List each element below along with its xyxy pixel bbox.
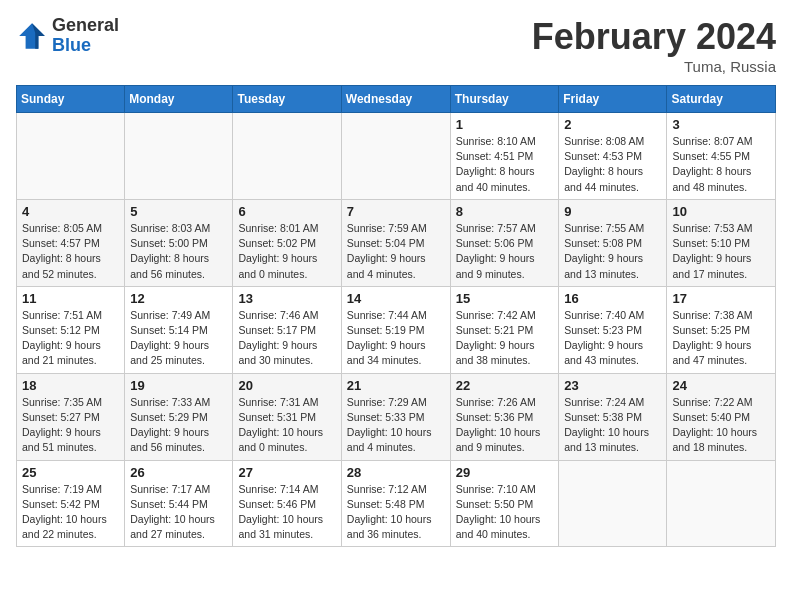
day-info: Sunrise: 8:03 AM Sunset: 5:00 PM Dayligh…	[130, 221, 227, 282]
weekday-header: Monday	[125, 86, 233, 113]
logo-text: General Blue	[52, 16, 119, 56]
day-number: 13	[238, 291, 335, 306]
day-number: 20	[238, 378, 335, 393]
day-info: Sunrise: 7:35 AM Sunset: 5:27 PM Dayligh…	[22, 395, 119, 456]
calendar-cell: 23Sunrise: 7:24 AM Sunset: 5:38 PM Dayli…	[559, 373, 667, 460]
day-info: Sunrise: 7:53 AM Sunset: 5:10 PM Dayligh…	[672, 221, 770, 282]
calendar-cell: 1Sunrise: 8:10 AM Sunset: 4:51 PM Daylig…	[450, 113, 559, 200]
calendar-cell: 19Sunrise: 7:33 AM Sunset: 5:29 PM Dayli…	[125, 373, 233, 460]
day-number: 16	[564, 291, 661, 306]
calendar-cell: 18Sunrise: 7:35 AM Sunset: 5:27 PM Dayli…	[17, 373, 125, 460]
day-number: 7	[347, 204, 445, 219]
logo-general: General	[52, 15, 119, 35]
calendar-week-row: 4Sunrise: 8:05 AM Sunset: 4:57 PM Daylig…	[17, 199, 776, 286]
calendar-cell: 2Sunrise: 8:08 AM Sunset: 4:53 PM Daylig…	[559, 113, 667, 200]
calendar-cell	[125, 113, 233, 200]
month-title: February 2024	[532, 16, 776, 58]
day-info: Sunrise: 7:31 AM Sunset: 5:31 PM Dayligh…	[238, 395, 335, 456]
calendar-cell: 26Sunrise: 7:17 AM Sunset: 5:44 PM Dayli…	[125, 460, 233, 547]
day-info: Sunrise: 8:01 AM Sunset: 5:02 PM Dayligh…	[238, 221, 335, 282]
day-number: 9	[564, 204, 661, 219]
calendar-cell: 4Sunrise: 8:05 AM Sunset: 4:57 PM Daylig…	[17, 199, 125, 286]
calendar-cell: 14Sunrise: 7:44 AM Sunset: 5:19 PM Dayli…	[341, 286, 450, 373]
calendar-cell: 25Sunrise: 7:19 AM Sunset: 5:42 PM Dayli…	[17, 460, 125, 547]
calendar-cell: 22Sunrise: 7:26 AM Sunset: 5:36 PM Dayli…	[450, 373, 559, 460]
day-number: 28	[347, 465, 445, 480]
day-number: 5	[130, 204, 227, 219]
day-info: Sunrise: 8:10 AM Sunset: 4:51 PM Dayligh…	[456, 134, 554, 195]
day-info: Sunrise: 7:42 AM Sunset: 5:21 PM Dayligh…	[456, 308, 554, 369]
location: Tuma, Russia	[532, 58, 776, 75]
calendar-cell: 17Sunrise: 7:38 AM Sunset: 5:25 PM Dayli…	[667, 286, 776, 373]
day-info: Sunrise: 7:40 AM Sunset: 5:23 PM Dayligh…	[564, 308, 661, 369]
day-number: 18	[22, 378, 119, 393]
day-info: Sunrise: 7:51 AM Sunset: 5:12 PM Dayligh…	[22, 308, 119, 369]
calendar-cell: 11Sunrise: 7:51 AM Sunset: 5:12 PM Dayli…	[17, 286, 125, 373]
title-block: February 2024 Tuma, Russia	[532, 16, 776, 75]
day-number: 25	[22, 465, 119, 480]
day-info: Sunrise: 7:24 AM Sunset: 5:38 PM Dayligh…	[564, 395, 661, 456]
day-number: 24	[672, 378, 770, 393]
calendar-cell: 7Sunrise: 7:59 AM Sunset: 5:04 PM Daylig…	[341, 199, 450, 286]
calendar-cell	[17, 113, 125, 200]
calendar-cell: 27Sunrise: 7:14 AM Sunset: 5:46 PM Dayli…	[233, 460, 341, 547]
day-number: 2	[564, 117, 661, 132]
day-info: Sunrise: 7:29 AM Sunset: 5:33 PM Dayligh…	[347, 395, 445, 456]
calendar-cell: 24Sunrise: 7:22 AM Sunset: 5:40 PM Dayli…	[667, 373, 776, 460]
calendar-cell: 8Sunrise: 7:57 AM Sunset: 5:06 PM Daylig…	[450, 199, 559, 286]
calendar-cell: 15Sunrise: 7:42 AM Sunset: 5:21 PM Dayli…	[450, 286, 559, 373]
day-info: Sunrise: 7:59 AM Sunset: 5:04 PM Dayligh…	[347, 221, 445, 282]
day-number: 6	[238, 204, 335, 219]
day-number: 14	[347, 291, 445, 306]
day-number: 29	[456, 465, 554, 480]
calendar-cell: 28Sunrise: 7:12 AM Sunset: 5:48 PM Dayli…	[341, 460, 450, 547]
calendar-cell: 13Sunrise: 7:46 AM Sunset: 5:17 PM Dayli…	[233, 286, 341, 373]
day-info: Sunrise: 7:33 AM Sunset: 5:29 PM Dayligh…	[130, 395, 227, 456]
day-info: Sunrise: 7:49 AM Sunset: 5:14 PM Dayligh…	[130, 308, 227, 369]
day-number: 21	[347, 378, 445, 393]
weekday-header: Tuesday	[233, 86, 341, 113]
day-info: Sunrise: 8:08 AM Sunset: 4:53 PM Dayligh…	[564, 134, 661, 195]
day-info: Sunrise: 7:26 AM Sunset: 5:36 PM Dayligh…	[456, 395, 554, 456]
calendar-cell: 9Sunrise: 7:55 AM Sunset: 5:08 PM Daylig…	[559, 199, 667, 286]
calendar-week-row: 1Sunrise: 8:10 AM Sunset: 4:51 PM Daylig…	[17, 113, 776, 200]
calendar-week-row: 18Sunrise: 7:35 AM Sunset: 5:27 PM Dayli…	[17, 373, 776, 460]
day-info: Sunrise: 7:12 AM Sunset: 5:48 PM Dayligh…	[347, 482, 445, 543]
day-number: 23	[564, 378, 661, 393]
day-info: Sunrise: 7:19 AM Sunset: 5:42 PM Dayligh…	[22, 482, 119, 543]
weekday-header-row: SundayMondayTuesdayWednesdayThursdayFrid…	[17, 86, 776, 113]
calendar-cell: 5Sunrise: 8:03 AM Sunset: 5:00 PM Daylig…	[125, 199, 233, 286]
day-number: 27	[238, 465, 335, 480]
calendar-cell: 12Sunrise: 7:49 AM Sunset: 5:14 PM Dayli…	[125, 286, 233, 373]
day-info: Sunrise: 7:22 AM Sunset: 5:40 PM Dayligh…	[672, 395, 770, 456]
calendar-cell	[667, 460, 776, 547]
day-number: 26	[130, 465, 227, 480]
logo: General Blue	[16, 16, 119, 56]
day-number: 17	[672, 291, 770, 306]
calendar-cell: 16Sunrise: 7:40 AM Sunset: 5:23 PM Dayli…	[559, 286, 667, 373]
calendar-cell: 20Sunrise: 7:31 AM Sunset: 5:31 PM Dayli…	[233, 373, 341, 460]
calendar-cell: 10Sunrise: 7:53 AM Sunset: 5:10 PM Dayli…	[667, 199, 776, 286]
day-info: Sunrise: 7:14 AM Sunset: 5:46 PM Dayligh…	[238, 482, 335, 543]
calendar-cell: 6Sunrise: 8:01 AM Sunset: 5:02 PM Daylig…	[233, 199, 341, 286]
logo-blue: Blue	[52, 35, 91, 55]
day-number: 19	[130, 378, 227, 393]
calendar-cell: 29Sunrise: 7:10 AM Sunset: 5:50 PM Dayli…	[450, 460, 559, 547]
day-number: 1	[456, 117, 554, 132]
day-info: Sunrise: 7:10 AM Sunset: 5:50 PM Dayligh…	[456, 482, 554, 543]
day-info: Sunrise: 7:17 AM Sunset: 5:44 PM Dayligh…	[130, 482, 227, 543]
calendar-cell	[341, 113, 450, 200]
logo-icon	[16, 20, 48, 52]
weekday-header: Thursday	[450, 86, 559, 113]
day-info: Sunrise: 7:57 AM Sunset: 5:06 PM Dayligh…	[456, 221, 554, 282]
day-info: Sunrise: 8:07 AM Sunset: 4:55 PM Dayligh…	[672, 134, 770, 195]
day-number: 4	[22, 204, 119, 219]
calendar-cell: 3Sunrise: 8:07 AM Sunset: 4:55 PM Daylig…	[667, 113, 776, 200]
weekday-header: Saturday	[667, 86, 776, 113]
weekday-header: Wednesday	[341, 86, 450, 113]
day-info: Sunrise: 8:05 AM Sunset: 4:57 PM Dayligh…	[22, 221, 119, 282]
calendar-week-row: 11Sunrise: 7:51 AM Sunset: 5:12 PM Dayli…	[17, 286, 776, 373]
day-info: Sunrise: 7:55 AM Sunset: 5:08 PM Dayligh…	[564, 221, 661, 282]
day-number: 12	[130, 291, 227, 306]
calendar-cell	[559, 460, 667, 547]
